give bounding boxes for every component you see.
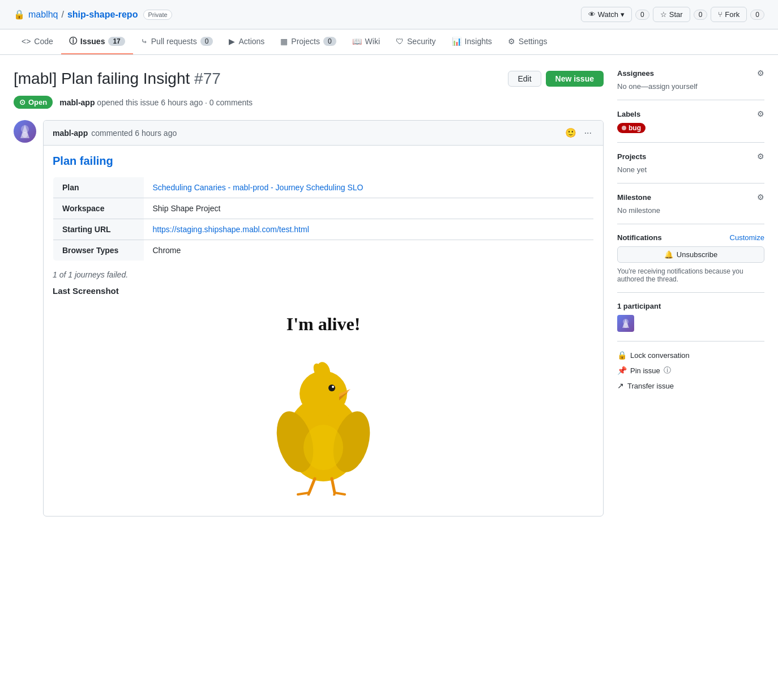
comment-box: mabl-app commented 6 hours ago 🙂 ··· Pla… xyxy=(43,120,604,517)
new-issue-button[interactable]: New issue xyxy=(546,71,604,87)
customize-link[interactable]: Customize xyxy=(730,233,764,242)
info-table: Plan Scheduling Canaries - mabl-prod - J… xyxy=(53,177,594,261)
tab-issues[interactable]: ⓘ Issues 17 xyxy=(61,29,133,54)
starting-url-link[interactable]: https://staging.shipshape.mabl.com/test.… xyxy=(153,225,309,234)
tab-settings[interactable]: ⚙ Settings xyxy=(500,30,555,54)
commenter-name[interactable]: mabl-app xyxy=(53,129,88,138)
main-content: [mabl] Plan failing Insight #77 Edit New… xyxy=(0,55,778,530)
table-row: Starting URL https://staging.shipshape.m… xyxy=(53,219,594,240)
sidebar-section-header-labels: Labels ⚙ xyxy=(617,109,764,118)
tab-wiki[interactable]: 📖 Wiki xyxy=(344,30,388,54)
projects-count: 0 xyxy=(323,37,336,46)
sidebar-notifications: Notifications Customize 🔔 Unsubscribe Yo… xyxy=(617,233,764,293)
svg-point-7 xyxy=(328,385,335,391)
notifications-title: Notifications xyxy=(617,233,662,242)
table-label-plan: Plan xyxy=(53,177,144,198)
repo-title: 🔒 mablhq / ship-shape-repo Private xyxy=(14,9,172,20)
sidebar-projects: Projects ⚙ None yet xyxy=(617,152,764,183)
sidebar-section-header-milestone: Milestone ⚙ xyxy=(617,193,764,202)
issue-author[interactable]: mabl-app xyxy=(59,98,95,107)
plan-link[interactable]: Scheduling Canaries - mabl-prod - Journe… xyxy=(153,183,364,192)
lock-icon: 🔒 xyxy=(617,351,627,360)
table-value-url: https://staging.shipshape.mabl.com/test.… xyxy=(144,219,594,240)
pin-icon: 📌 xyxy=(617,366,627,375)
nav-tabs: <> Code ⓘ Issues 17 ⤷ Pull requests 0 ▶ … xyxy=(0,29,778,55)
star-button[interactable]: ☆ Star xyxy=(653,7,690,22)
table-value-workspace: Ship Shape Project xyxy=(144,198,594,219)
notification-description: You're receiving notifications because y… xyxy=(617,267,764,283)
tab-security[interactable]: 🛡 Security xyxy=(388,30,444,54)
tab-insights[interactable]: 📊 Insights xyxy=(444,30,500,54)
comment-body: Plan failing Plan Scheduling Canaries - … xyxy=(44,146,603,516)
table-label-browser: Browser Types xyxy=(53,240,144,261)
tab-projects[interactable]: ▦ Projects 0 xyxy=(272,30,344,54)
plan-failing-heading: Plan failing xyxy=(53,155,594,168)
comment-header-left: mabl-app commented 6 hours ago xyxy=(53,129,177,138)
lock-icon: 🔒 xyxy=(14,9,25,20)
issue-title: [mabl] Plan failing Insight #77 xyxy=(14,69,221,89)
issue-comments: 0 comments xyxy=(210,98,253,107)
comment-more-button[interactable]: ··· xyxy=(582,127,594,139)
repo-separator: / xyxy=(61,10,63,20)
private-badge: Private xyxy=(143,10,172,20)
svg-point-8 xyxy=(332,386,334,388)
sidebar-assignees: Assignees ⚙ No one—assign yourself xyxy=(617,69,764,100)
table-label-url: Starting URL xyxy=(53,219,144,240)
milestone-title: Milestone xyxy=(617,193,651,202)
bug-label: bug xyxy=(617,123,646,133)
projects-gear-button[interactable]: ⚙ xyxy=(757,152,764,161)
labels-gear-button[interactable]: ⚙ xyxy=(757,109,764,118)
table-value-browser: Chrome xyxy=(144,240,594,261)
svg-line-16 xyxy=(334,493,335,496)
svg-point-22 xyxy=(623,323,628,328)
comment-time: commented 6 hours ago xyxy=(91,129,177,138)
table-row: Plan Scheduling Canaries - mabl-prod - J… xyxy=(53,177,594,198)
issue-number: #77 xyxy=(194,70,221,87)
table-value-plan: Scheduling Canaries - mabl-prod - Journe… xyxy=(144,177,594,198)
edit-button[interactable]: Edit xyxy=(508,71,541,87)
issue-title-row: [mabl] Plan failing Insight #77 Edit New… xyxy=(14,69,604,89)
pin-info-icon: ⓘ xyxy=(664,365,671,375)
last-screenshot-label: Last Screenshot xyxy=(53,286,594,296)
tab-code[interactable]: <> Code xyxy=(14,30,61,54)
unsubscribe-button[interactable]: 🔔 Unsubscribe xyxy=(617,246,764,263)
pr-icon: ⤷ xyxy=(141,37,148,46)
repo-name-link[interactable]: ship-shape-repo xyxy=(67,10,138,20)
comment-header-right: 🙂 ··· xyxy=(563,126,594,139)
svg-line-13 xyxy=(298,493,309,494)
screenshot-area: I'm alive! xyxy=(53,302,594,507)
pin-issue-link[interactable]: 📌 Pin issue ⓘ xyxy=(617,365,764,375)
security-icon: 🛡 xyxy=(396,37,404,46)
assignees-title: Assignees xyxy=(617,69,654,78)
fork-icon: ⑂ xyxy=(718,10,723,19)
participant-avatar xyxy=(617,315,634,332)
svg-line-12 xyxy=(332,479,335,493)
table-label-workspace: Workspace xyxy=(53,198,144,219)
transfer-icon: ↗ xyxy=(617,381,624,390)
transfer-issue-link[interactable]: ↗ Transfer issue xyxy=(617,381,764,390)
lock-conversation-link[interactable]: 🔒 Lock conversation xyxy=(617,351,764,360)
comment-header: mabl-app commented 6 hours ago 🙂 ··· xyxy=(44,121,603,146)
issues-icon: ⓘ xyxy=(69,36,77,46)
assignees-gear-button[interactable]: ⚙ xyxy=(757,69,764,78)
watch-count: 0 xyxy=(635,10,649,20)
code-icon: <> xyxy=(22,37,31,46)
repo-owner-link[interactable]: mablhq xyxy=(28,10,58,20)
wiki-icon: 📖 xyxy=(352,37,362,46)
tab-actions[interactable]: ▶ Actions xyxy=(221,30,272,54)
issues-count: 17 xyxy=(108,37,125,46)
svg-point-2 xyxy=(22,132,28,138)
emoji-reaction-button[interactable]: 🙂 xyxy=(563,126,579,139)
milestone-gear-button[interactable]: ⚙ xyxy=(757,193,764,202)
issue-title-actions: Edit New issue xyxy=(508,71,604,87)
circle-dot-icon: ⊙ xyxy=(19,98,25,106)
svg-point-17 xyxy=(303,425,343,470)
tab-pull-requests[interactable]: ⤷ Pull requests 0 xyxy=(133,30,221,54)
star-count: 0 xyxy=(694,10,708,20)
sidebar-section-header-projects: Projects ⚙ xyxy=(617,152,764,161)
fork-button[interactable]: ⑂ Fork xyxy=(711,7,747,22)
watch-button[interactable]: 👁 Watch ▾ xyxy=(581,7,632,22)
projects-icon: ▦ xyxy=(280,37,288,46)
svg-line-15 xyxy=(335,493,345,494)
eye-icon: 👁 xyxy=(588,10,596,19)
